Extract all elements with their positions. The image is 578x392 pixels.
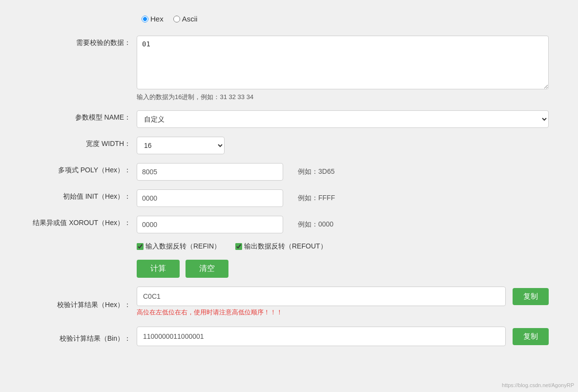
refout-label[interactable]: 输出数据反转（REFOUT）: [235, 242, 327, 251]
checkbox-row: 输入数据反转（REFIN） 输出数据反转（REFOUT）: [29, 242, 549, 251]
clear-button[interactable]: 清空: [186, 260, 228, 278]
hex-label: Hex: [150, 15, 164, 23]
refin-label[interactable]: 输入数据反转（REFIN）: [137, 242, 221, 251]
refout-text: 输出数据反转（REFOUT）: [244, 242, 327, 251]
format-radio-group: Hex Ascii: [137, 15, 197, 23]
poly-label: 多项式 POLY（Hex）：: [29, 163, 137, 175]
model-wrap: 自定义 CRC-16/IBM CRC-16/MAXIM CRC-16/USB C…: [137, 110, 549, 128]
result-hex-input-row: 复制: [137, 287, 549, 306]
poly-wrap: 例如：3D65: [137, 163, 549, 181]
xorout-example: 例如：0000: [298, 220, 333, 229]
result-bin-copy-button[interactable]: 复制: [513, 328, 549, 345]
xorout-input[interactable]: [137, 216, 283, 233]
init-input[interactable]: [137, 189, 283, 207]
hex-radio[interactable]: [142, 16, 148, 22]
result-bin-input[interactable]: [137, 327, 506, 346]
poly-input-group: 例如：3D65: [137, 163, 549, 181]
data-input-wrap: 输入的数据为16进制，例如：31 32 33 34: [137, 36, 549, 102]
refin-checkbox[interactable]: [137, 243, 144, 250]
xorout-input-group: 例如：0000: [137, 216, 549, 233]
width-label: 宽度 WIDTH：: [29, 137, 137, 148]
checkbox-wrap: 输入数据反转（REFIN） 输出数据反转（REFOUT）: [137, 242, 549, 251]
xorout-label: 结果异或值 XOROUT（Hex）：: [29, 216, 137, 227]
data-textarea[interactable]: [137, 36, 549, 89]
init-wrap: 例如：FFFF: [137, 189, 549, 207]
refin-text: 输入数据反转（REFIN）: [145, 242, 221, 251]
poly-input[interactable]: [137, 163, 283, 181]
result-hex-input[interactable]: [137, 287, 506, 306]
width-wrap: 8 16 32: [137, 137, 549, 154]
hex-radio-label[interactable]: Hex: [142, 15, 164, 23]
xorout-row: 结果异或值 XOROUT（Hex）： 例如：0000: [29, 216, 549, 233]
watermark: https://blog.csdn.net/AgonyRP: [502, 382, 574, 388]
model-label: 参数模型 NAME：: [29, 110, 137, 122]
ascii-label: Ascii: [182, 15, 198, 23]
width-select[interactable]: 8 16 32: [137, 137, 225, 154]
init-input-group: 例如：FFFF: [137, 189, 549, 207]
result-hex-copy-button[interactable]: 复制: [513, 288, 549, 305]
width-row: 宽度 WIDTH： 8 16 32: [29, 137, 549, 154]
result-bin-row: 校验计算结果（Bin）： 复制: [29, 327, 549, 348]
refout-checkbox[interactable]: [235, 243, 242, 250]
result-bin-input-row: 复制: [137, 327, 549, 346]
buttons-row: 计算 清空: [29, 260, 549, 278]
ascii-radio-label[interactable]: Ascii: [173, 15, 198, 23]
result-hex-wrap: 复制 高位在左低位在右，使用时请注意高低位顺序！！！: [137, 287, 549, 321]
ascii-radio[interactable]: [173, 16, 180, 22]
xorout-wrap: 例如：0000: [137, 216, 549, 233]
data-input-label: 需要校验的数据：: [29, 36, 137, 47]
result-hex-row: 校验计算结果（Hex）： 复制 高位在左低位在右，使用时请注意高低位顺序！！！: [29, 287, 549, 321]
init-label: 初始值 INIT（Hex）：: [29, 189, 137, 201]
data-hint: 输入的数据为16进制，例如：31 32 33 34: [137, 93, 549, 102]
button-group: 计算 清空: [137, 260, 549, 278]
result-bin-label: 校验计算结果（Bin）：: [29, 331, 137, 343]
model-select[interactable]: 自定义 CRC-16/IBM CRC-16/MAXIM CRC-16/USB C…: [137, 110, 549, 128]
result-hex-warning: 高位在左低位在右，使用时请注意高低位顺序！！！: [137, 308, 549, 317]
data-input-row: 需要校验的数据： 输入的数据为16进制，例如：31 32 33 34: [29, 36, 549, 102]
init-row: 初始值 INIT（Hex）： 例如：FFFF: [29, 189, 549, 207]
model-row: 参数模型 NAME： 自定义 CRC-16/IBM CRC-16/MAXIM C…: [29, 110, 549, 128]
poly-example: 例如：3D65: [298, 167, 334, 176]
calculate-button[interactable]: 计算: [137, 260, 180, 278]
result-bin-wrap: 复制: [137, 327, 549, 348]
init-example: 例如：FFFF: [298, 194, 335, 203]
checkbox-group: 输入数据反转（REFIN） 输出数据反转（REFOUT）: [137, 242, 549, 251]
buttons-wrap: 计算 清空: [137, 260, 549, 278]
result-hex-label: 校验计算结果（Hex）：: [29, 298, 137, 309]
poly-row: 多项式 POLY（Hex）： 例如：3D65: [29, 163, 549, 181]
